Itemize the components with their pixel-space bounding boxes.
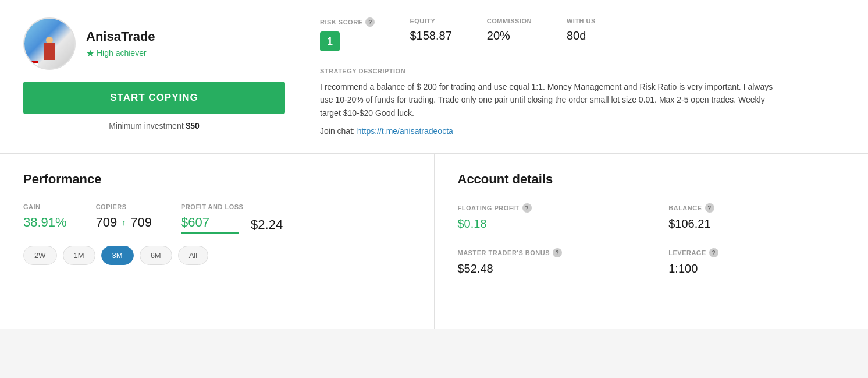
copiers-metric: COPIERS 709 ↑ 709 [96,203,152,234]
min-investment-label: Minimum investment [109,121,183,130]
start-copying-button[interactable]: START COPYING [23,82,285,114]
stats-area: RISK SCORE ? 1 EQUITY $158.87 COMMISSION… [320,17,845,136]
floating-profit-help-icon[interactable]: ? [522,203,532,213]
min-investment: Minimum investment $50 [109,121,200,130]
arrow-up-icon: ↑ [122,218,126,227]
bottom-section: Performance GAIN 38.91% COPIERS 709 ↑ 70… [0,154,868,329]
profile-header: AnisaTrade ★ High achiever [23,17,285,70]
risk-score-value: 1 [320,31,340,51]
commission-value: 20% [487,29,532,43]
pnl-metric: PROFIT AND LOSS $607 $2.24 [181,203,283,234]
leverage-item: LEVERAGE ? 1:100 [668,248,845,275]
floating-profit-item: FLOATING PROFIT ? $0.18 [458,203,634,231]
strategy-section: STRATEGY DESCRIPTION I recommend a balan… [320,68,845,136]
profile-info: AnisaTrade ★ High achiever [86,29,155,59]
risk-score-label: RISK SCORE ? [320,17,375,27]
strategy-text: I recommend a balance of $ 200 for tradi… [320,80,785,119]
account-panel: Account details FLOATING PROFIT ? $0.18 … [435,154,869,329]
star-icon: ★ [86,48,94,59]
performance-panel: Performance GAIN 38.91% COPIERS 709 ↑ 70… [0,154,435,329]
join-chat-label: Join chat: [320,126,355,136]
master-bonus-item: MASTER TRADER'S BONUS ? $52.48 [458,248,634,275]
account-details-grid: FLOATING PROFIT ? $0.18 BALANCE ? $106.2… [458,203,845,275]
performance-title: Performance [23,172,411,187]
gain-metric: GAIN 38.91% [23,203,67,234]
copiers-up-count: 709 [130,215,152,230]
avatar-flag [28,61,38,66]
pnl-secondary-value: $2.24 [251,217,283,232]
floating-profit-label: FLOATING PROFIT ? [458,203,634,213]
trader-name: AnisaTrade [86,29,155,44]
balance-label: BALANCE ? [668,203,845,213]
copiers-value: 709 ↑ 709 [96,215,152,230]
risk-score-stat: RISK SCORE ? 1 [320,17,375,51]
top-section: AnisaTrade ★ High achiever START COPYING… [0,0,868,154]
master-bonus-label: MASTER TRADER'S BONUS ? [458,248,634,257]
leverage-label: LEVERAGE ? [668,248,845,257]
filter-all[interactable]: All [178,246,208,265]
master-bonus-help-icon[interactable]: ? [553,248,562,257]
commission-label: COMMISSION [487,17,532,24]
balance-help-icon[interactable]: ? [705,203,714,213]
filter-6m[interactable]: 6M [140,246,172,265]
avatar-figure [44,43,55,60]
risk-score-help-icon[interactable]: ? [365,17,375,27]
avatar [23,17,76,70]
time-filters: 2W 1M 3M 6M All [23,246,411,265]
leverage-help-icon[interactable]: ? [709,248,718,257]
master-bonus-value: $52.48 [458,262,634,275]
floating-profit-value: $0.18 [458,217,634,231]
balance-value: $106.21 [668,217,845,231]
filter-1m[interactable]: 1M [63,246,95,265]
strategy-title: STRATEGY DESCRIPTION [320,68,845,75]
equity-label: EQUITY [410,17,451,24]
leverage-value: 1:100 [668,262,845,275]
equity-value: $158.87 [410,29,451,43]
pnl-values: $607 $2.24 [181,215,283,234]
equity-stat: EQUITY $158.87 [410,17,451,51]
gain-value: 38.91% [23,215,67,230]
pnl-primary-row: $607 [181,215,239,234]
with-us-value: 80d [567,29,596,43]
high-achiever-badge: ★ High achiever [86,48,155,59]
join-chat: Join chat: https://t.me/anisatradeocta [320,126,845,136]
stats-row: RISK SCORE ? 1 EQUITY $158.87 COMMISSION… [320,17,845,51]
pnl-value: $607 [181,215,239,230]
join-chat-link[interactable]: https://t.me/anisatradeocta [357,126,453,136]
pnl-label: PROFIT AND LOSS [181,203,283,210]
badge-label: High achiever [97,48,147,58]
profile-area: AnisaTrade ★ High achiever START COPYING… [23,17,285,130]
balance-item: BALANCE ? $106.21 [668,203,845,231]
commission-stat: COMMISSION 20% [487,17,532,51]
metrics-row: GAIN 38.91% COPIERS 709 ↑ 709 PROFIT AND… [23,203,411,234]
copiers-count: 709 [96,215,118,230]
with-us-label: WITH US [567,17,596,24]
min-investment-value: $50 [186,121,199,130]
with-us-stat: WITH US 80d [567,17,596,51]
gain-label: GAIN [23,203,67,210]
filter-2w[interactable]: 2W [23,246,57,265]
pnl-bar [181,232,239,234]
filter-3m[interactable]: 3M [101,246,134,265]
account-title: Account details [458,172,845,187]
copiers-label: COPIERS [96,203,152,210]
